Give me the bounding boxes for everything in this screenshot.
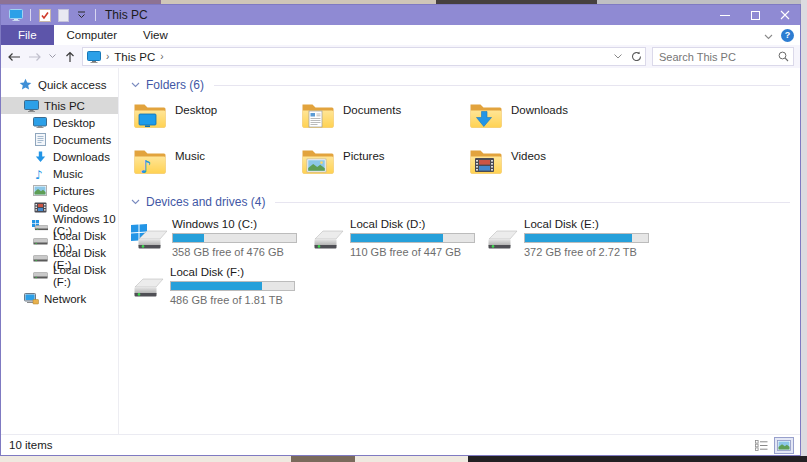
folder-tile-label: Desktop bbox=[175, 104, 217, 139]
svg-text:♪: ♪ bbox=[140, 156, 152, 177]
sidebar-item-label: This PC bbox=[44, 100, 85, 112]
drive-usage-bar bbox=[350, 233, 475, 243]
navigation-pane: Quick access This PC Desktop bbox=[1, 68, 119, 434]
thumbnail-view-icon bbox=[777, 440, 791, 451]
refresh-button[interactable] bbox=[627, 48, 645, 65]
desktop-background: This PC File Computer View ? bbox=[0, 0, 807, 462]
sidebar-item-local-disk-f[interactable]: Local Disk (F:) bbox=[1, 267, 118, 284]
sidebar-item-music[interactable]: ♪ Music bbox=[1, 165, 118, 182]
sidebar-item-label: Documents bbox=[53, 134, 111, 146]
drive-name: Local Disk (F:) bbox=[170, 266, 295, 279]
drive-free-space: 110 GB free of 447 GB bbox=[350, 246, 475, 258]
sidebar-item-pictures[interactable]: Pictures bbox=[1, 182, 118, 199]
details-view-button[interactable] bbox=[751, 437, 771, 454]
qat-properties-button[interactable] bbox=[36, 6, 54, 24]
window-title: This PC bbox=[105, 8, 148, 22]
drive-name: Local Disk (D:) bbox=[350, 218, 475, 231]
tab-computer-label: Computer bbox=[67, 29, 118, 41]
collapse-chevron-icon bbox=[131, 199, 140, 205]
music-note-icon: ♪ bbox=[32, 167, 48, 181]
up-icon bbox=[65, 51, 75, 63]
sidebar-item-label: Desktop bbox=[53, 117, 95, 129]
tab-computer[interactable]: Computer bbox=[54, 25, 131, 45]
drive-icon bbox=[311, 221, 345, 251]
network-icon bbox=[23, 292, 39, 306]
sidebar-item-quick-access[interactable]: Quick access bbox=[1, 76, 118, 93]
drive-name: Windows 10 (C:) bbox=[172, 218, 297, 231]
qat-new-folder-button[interactable] bbox=[54, 6, 72, 24]
tab-view[interactable]: View bbox=[130, 25, 181, 45]
sidebar-item-downloads[interactable]: Downloads bbox=[1, 148, 118, 165]
forward-button[interactable] bbox=[24, 47, 45, 67]
drive-icon bbox=[32, 252, 48, 266]
drive-tile-local-disk-f[interactable]: Local Disk (F:) 486 GB free of 1.81 TB bbox=[131, 266, 311, 306]
folder-tile-downloads[interactable]: Downloads bbox=[469, 101, 637, 139]
close-button[interactable] bbox=[770, 5, 800, 25]
desktop-background-bottom bbox=[0, 456, 807, 462]
minimize-icon bbox=[720, 15, 730, 16]
drive-tile-local-disk-e[interactable]: Local Disk (E:) 372 GB free of 2.72 TB bbox=[485, 218, 790, 258]
tab-view-label: View bbox=[143, 29, 168, 41]
folder-tile-music[interactable]: ♪ Music bbox=[133, 147, 301, 185]
windows-system-drive-icon bbox=[131, 221, 167, 251]
qat-customize-dropdown[interactable] bbox=[72, 6, 90, 24]
minimize-button[interactable] bbox=[710, 5, 740, 25]
drive-usage-fill bbox=[173, 234, 204, 242]
pictures-folder-icon bbox=[301, 147, 334, 176]
group-header-rule bbox=[275, 202, 790, 203]
desktop-background-right bbox=[801, 0, 807, 462]
breadcrumb-separator: › bbox=[160, 51, 163, 62]
folder-tile-label: Downloads bbox=[511, 104, 568, 139]
drive-icon bbox=[131, 269, 165, 299]
videos-folder-icon bbox=[469, 147, 502, 176]
desktop-icon bbox=[32, 116, 48, 130]
up-button[interactable] bbox=[59, 47, 80, 67]
address-bar[interactable]: › This PC › bbox=[82, 47, 646, 66]
breadcrumb-root-icon bbox=[87, 51, 101, 63]
titlebar-separator bbox=[30, 9, 31, 21]
drive-tile-local-disk-d[interactable]: Local Disk (D:) 110 GB free of 447 GB bbox=[311, 218, 485, 258]
drive-tile-windows-c[interactable]: Windows 10 (C:) 358 GB free of 476 GB bbox=[131, 218, 311, 258]
folder-tile-documents[interactable]: Documents bbox=[301, 101, 469, 139]
folder-tile-desktop[interactable]: Desktop bbox=[133, 101, 301, 139]
music-folder-icon: ♪ bbox=[133, 147, 166, 176]
help-icon: ? bbox=[785, 30, 791, 40]
help-button[interactable]: ? bbox=[781, 29, 794, 42]
sidebar-item-network[interactable]: Network bbox=[1, 290, 118, 307]
drive-name: Local Disk (E:) bbox=[524, 218, 649, 231]
drive-icon bbox=[32, 269, 48, 283]
back-icon bbox=[7, 52, 21, 62]
sidebar-item-desktop[interactable]: Desktop bbox=[1, 114, 118, 131]
tab-file[interactable]: File bbox=[1, 25, 54, 45]
desktop-folder-icon bbox=[133, 101, 166, 130]
search-input[interactable] bbox=[659, 51, 778, 63]
app-icon bbox=[7, 6, 25, 24]
breadcrumb-separator: › bbox=[106, 51, 109, 62]
folder-tile-videos[interactable]: Videos bbox=[469, 147, 637, 185]
drive-usage-bar bbox=[172, 233, 297, 243]
folders-group-header[interactable]: Folders (6) bbox=[131, 78, 790, 92]
maximize-button[interactable] bbox=[740, 5, 770, 25]
details-view-icon bbox=[755, 440, 768, 451]
search-box[interactable] bbox=[652, 47, 794, 66]
drive-usage-fill bbox=[351, 234, 443, 242]
folder-tile-pictures[interactable]: Pictures bbox=[301, 147, 469, 185]
address-dropdown-button[interactable] bbox=[609, 48, 627, 65]
sidebar-item-label: Pictures bbox=[53, 185, 95, 197]
file-explorer-window: This PC File Computer View ? bbox=[0, 4, 801, 456]
recent-locations-dropdown[interactable] bbox=[45, 47, 59, 67]
expand-ribbon-button[interactable] bbox=[764, 26, 773, 44]
sidebar-item-label: Music bbox=[53, 168, 83, 180]
folder-tile-label: Pictures bbox=[343, 150, 385, 185]
sidebar-item-documents[interactable]: Documents bbox=[1, 131, 118, 148]
drives-group-header[interactable]: Devices and drives (4) bbox=[131, 195, 790, 209]
drive-free-space: 486 GB free of 1.81 TB bbox=[170, 294, 295, 306]
drive-usage-fill bbox=[171, 282, 262, 290]
thumbnail-view-button[interactable] bbox=[774, 437, 794, 454]
breadcrumb-this-pc[interactable]: This PC bbox=[114, 51, 155, 63]
sidebar-item-this-pc[interactable]: This PC bbox=[1, 97, 118, 114]
drives-grid: Windows 10 (C:) 358 GB free of 476 GB bbox=[131, 218, 790, 306]
forward-icon bbox=[28, 52, 42, 62]
back-button[interactable] bbox=[3, 47, 24, 67]
star-icon bbox=[17, 78, 33, 92]
